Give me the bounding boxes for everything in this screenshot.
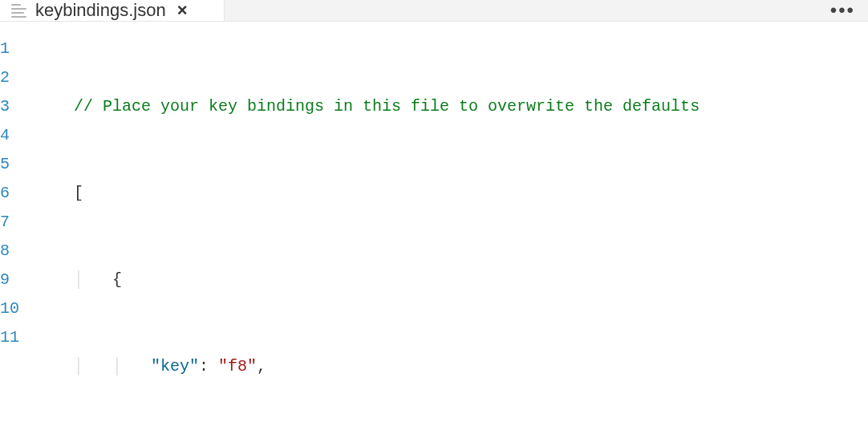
- active-tab[interactable]: keybindings.json ×: [0, 0, 225, 21]
- tab-title: keybindings.json: [35, 0, 166, 21]
- close-icon[interactable]: ×: [174, 0, 191, 21]
- code-line: │ {: [74, 266, 868, 294]
- code-line: │ │ "key": "f8",: [74, 352, 868, 381]
- tab-bar: keybindings.json × •••: [0, 0, 868, 22]
- code-editor[interactable]: 1 2 3 4 5 6 7 8 9 10 11 // Place your ke…: [0, 22, 868, 422]
- more-icon[interactable]: •••: [830, 0, 855, 22]
- code-area[interactable]: // Place your key bindings in this file …: [74, 34, 868, 422]
- line-number-gutter: 1 2 3 4 5 6 7 8 9 10 11: [0, 34, 74, 422]
- code-line: // Place your key bindings in this file …: [74, 92, 868, 121]
- code-line: [: [74, 179, 868, 208]
- file-icon: [11, 2, 27, 18]
